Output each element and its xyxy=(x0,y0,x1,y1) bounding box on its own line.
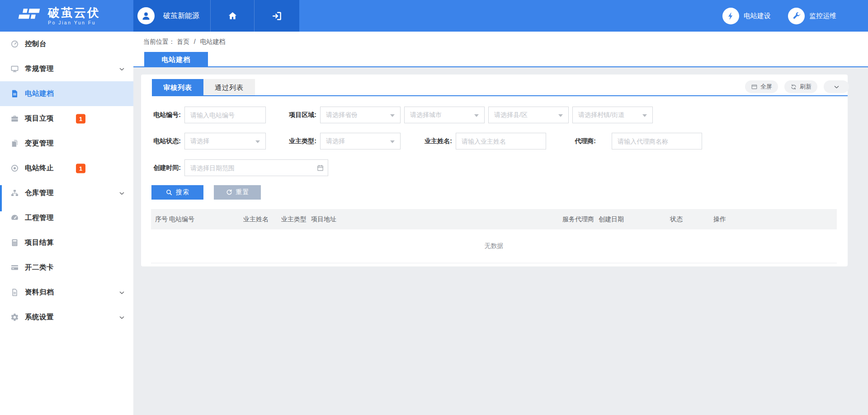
fullscreen-icon xyxy=(751,84,758,90)
sidebar-item-data-archive[interactable]: 资料归档 xyxy=(0,280,133,305)
nav-monitor-ops[interactable]: 监控运维 xyxy=(788,8,836,24)
tab-review-list[interactable]: 审核列表 xyxy=(152,79,203,96)
sidebar-item-card-opening[interactable]: 开二类卡 xyxy=(0,255,133,280)
breadcrumb-band: 当前位置： 首页 / 电站建档 电站建档 xyxy=(133,32,868,67)
speedometer-icon xyxy=(10,214,19,223)
station-status-label: 电站状态: xyxy=(141,137,181,145)
result-table: 序号 电站编号 业主姓名 业主类型 项目地址 服务代理商 创建日期 状态 操作 … xyxy=(151,209,837,263)
sidebar-item-project-initiation[interactable]: 项目立项 1 xyxy=(0,106,133,131)
owner-name-label: 业主姓名: xyxy=(412,137,452,145)
caret-down-icon xyxy=(642,114,647,117)
lightning-icon xyxy=(726,11,736,21)
column-header-project-address: 项目地址 xyxy=(311,209,562,229)
target-icon xyxy=(10,164,19,173)
breadcrumb-current: 电站建档 xyxy=(200,38,226,45)
tab-passed-list[interactable]: 通过列表 xyxy=(203,79,255,96)
filter-project-region: 项目区域: 请选择省份 请选择城市 请选择县/区 请选择村镇/街道 xyxy=(277,107,653,123)
refresh-icon xyxy=(790,84,797,90)
create-time-label: 创建时间: xyxy=(141,164,181,172)
sidebar-item-general-management[interactable]: 常规管理 xyxy=(0,56,133,81)
home-icon xyxy=(227,11,238,21)
refresh-button[interactable]: 刷新 xyxy=(784,80,817,93)
column-header-owner-type: 业主类型 xyxy=(281,209,311,229)
county-select[interactable]: 请选择县/区 xyxy=(488,107,569,123)
caret-down-icon xyxy=(474,114,479,117)
caret-down-icon xyxy=(390,140,395,143)
files-icon xyxy=(10,139,19,148)
filter-actions: 搜索 重置 xyxy=(151,185,261,200)
province-select[interactable]: 请选择省份 xyxy=(320,107,401,123)
brand-title: 破茧云伏 xyxy=(48,6,100,19)
user-avatar xyxy=(137,7,155,24)
station-code-label: 电站编号: xyxy=(141,111,181,119)
city-select[interactable]: 请选择城市 xyxy=(404,107,485,123)
owner-type-select[interactable]: 请选择 xyxy=(320,133,401,149)
gear-icon xyxy=(10,313,19,322)
column-header-index: 序号 xyxy=(151,209,169,229)
sidebar-item-console[interactable]: 控制台 xyxy=(0,32,133,56)
agent-input[interactable] xyxy=(612,133,702,149)
top-header: 破茧云伏 Po Jian Yun Fu 破茧新能源 xyxy=(0,0,868,32)
agent-label: 代理商: xyxy=(556,137,596,145)
filter-agent: 代理商: xyxy=(556,133,702,149)
app-root: 破茧云伏 Po Jian Yun Fu 破茧新能源 xyxy=(0,0,868,415)
caret-down-icon xyxy=(255,140,260,143)
reset-icon xyxy=(226,189,233,196)
person-icon xyxy=(141,10,151,21)
sidebar-item-station-filing[interactable]: 电站建档 xyxy=(0,81,133,106)
owner-name-input[interactable] xyxy=(456,133,546,149)
sidebar-scrollbar-thumb[interactable] xyxy=(0,185,2,211)
sidebar-item-station-termination[interactable]: 电站终止 1 xyxy=(0,156,133,181)
home-button[interactable] xyxy=(210,0,254,32)
caret-down-icon xyxy=(558,114,563,117)
empty-state: 无数据 xyxy=(151,229,837,263)
signout-button[interactable] xyxy=(254,0,299,32)
gauge-icon xyxy=(10,40,19,49)
page-tab-station-filing[interactable]: 电站建档 xyxy=(144,52,208,67)
column-header-station-code: 电站编号 xyxy=(169,209,243,229)
wrench-icon xyxy=(792,11,801,20)
sidebar-item-project-settlement[interactable]: 项目结算 xyxy=(0,230,133,255)
header-user-menu[interactable]: 破茧新能源 xyxy=(133,0,210,32)
panel-tab-underline xyxy=(152,95,848,96)
column-header-status: 状态 xyxy=(670,209,713,229)
fullscreen-button[interactable]: 全屏 xyxy=(745,80,778,93)
sidebar-item-change-management[interactable]: 变更管理 xyxy=(0,131,133,156)
main-content: 审核列表 通过列表 全屏 刷新 电站编号: xyxy=(133,67,868,415)
filter-create-time: 创建时间: xyxy=(141,159,328,176)
column-header-actions: 操作 xyxy=(713,209,837,229)
station-code-input[interactable] xyxy=(184,107,266,123)
nav-station-build-label: 电站建设 xyxy=(744,12,771,20)
company-name: 破茧新能源 xyxy=(163,11,199,21)
filter-station-code: 电站编号: xyxy=(141,107,266,123)
search-button[interactable]: 搜索 xyxy=(151,185,203,200)
document-icon xyxy=(10,89,19,98)
notification-badge: 1 xyxy=(76,114,85,123)
station-filing-panel: 审核列表 通过列表 全屏 刷新 电站编号: xyxy=(141,75,848,266)
sidebar-item-system-settings[interactable]: 系统设置 xyxy=(0,305,133,330)
collapse-toolbar-button[interactable] xyxy=(824,80,849,93)
reset-button[interactable]: 重置 xyxy=(214,185,261,200)
brand-logo-icon xyxy=(16,6,42,26)
filter-station-status: 电站状态: 请选择 xyxy=(141,133,266,149)
breadcrumb: 当前位置： 首页 / 电站建档 xyxy=(143,38,226,46)
chevron-down-icon xyxy=(118,190,125,196)
chevron-down-icon xyxy=(118,65,125,72)
village-select[interactable]: 请选择村镇/街道 xyxy=(572,107,653,123)
date-range-input[interactable] xyxy=(184,159,328,176)
nav-station-build[interactable]: 电站建设 xyxy=(722,8,771,24)
breadcrumb-prefix: 当前位置： xyxy=(143,38,175,45)
station-status-select[interactable]: 请选择 xyxy=(184,133,266,149)
breadcrumb-separator: / xyxy=(194,38,196,45)
monitor-icon xyxy=(10,65,19,74)
notification-badge: 1 xyxy=(76,163,85,173)
sidebar-item-engineering-management[interactable]: 工程管理 xyxy=(0,205,133,230)
sidebar-item-warehouse-management[interactable]: 仓库管理 xyxy=(0,181,133,205)
chevron-down-icon xyxy=(833,84,840,90)
card-icon xyxy=(10,263,19,272)
archive-icon xyxy=(10,288,19,297)
breadcrumb-home-link[interactable]: 首页 xyxy=(177,38,189,45)
sign-in-icon xyxy=(271,10,283,22)
project-region-label: 项目区域: xyxy=(277,111,316,119)
nav-monitor-ops-label: 监控运维 xyxy=(809,12,836,20)
